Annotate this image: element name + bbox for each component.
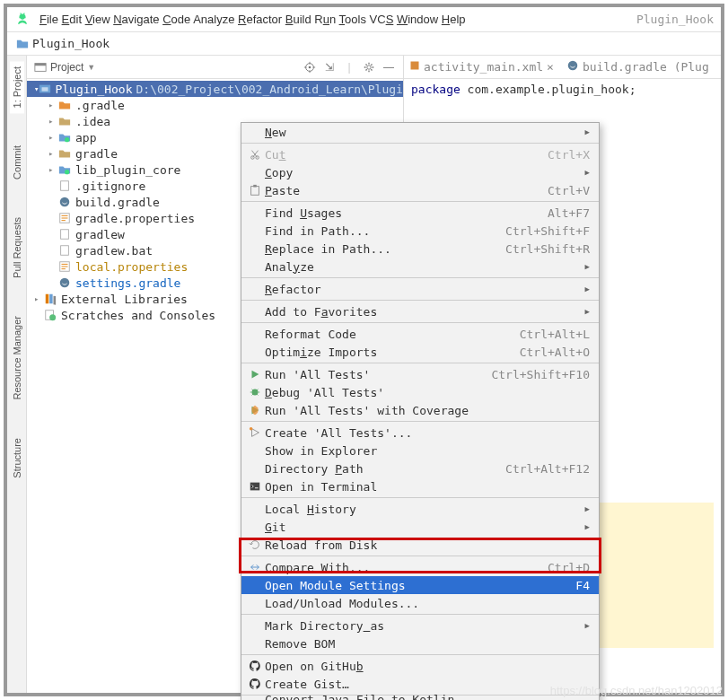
close-tab-icon[interactable]: × bbox=[547, 60, 554, 74]
chevron-icon[interactable]: ▸ bbox=[48, 133, 57, 142]
menu-help[interactable]: Help bbox=[442, 13, 466, 26]
menu-run[interactable]: Run bbox=[314, 13, 336, 26]
menu-item-open-in-terminal[interactable]: Open in Terminal bbox=[241, 477, 599, 495]
menu-item-local-history[interactable]: Local History▶ bbox=[241, 500, 599, 518]
tree-node-label: .gradle bbox=[75, 99, 125, 112]
scratch-icon bbox=[43, 309, 57, 321]
chevron-icon[interactable]: ▸ bbox=[48, 165, 57, 174]
chevron-icon[interactable]: ▸ bbox=[48, 101, 57, 109]
menu-item-find-usages[interactable]: Find UsagesAlt+F7 bbox=[241, 204, 599, 222]
menu-item-load-unload-modules-[interactable]: Load/Unload Modules... bbox=[241, 594, 599, 612]
svg-rect-19 bbox=[54, 296, 57, 305]
props-icon bbox=[57, 212, 72, 224]
project-name-label: Plugin_Hook bbox=[636, 13, 714, 26]
locate-icon[interactable] bbox=[303, 60, 317, 74]
menu-item-new[interactable]: New▶ bbox=[241, 123, 599, 141]
editor-tab-activity-main-xml[interactable]: activity_main.xml× bbox=[409, 60, 554, 74]
cut-icon bbox=[245, 148, 265, 161]
menu-analyze[interactable]: Analyze bbox=[193, 13, 234, 26]
menu-item-directory-path[interactable]: Directory PathCtrl+Alt+F12 bbox=[241, 459, 599, 477]
menu-separator bbox=[241, 201, 599, 202]
menu-build[interactable]: Build bbox=[285, 13, 311, 26]
menu-refactor[interactable]: Refactor bbox=[238, 13, 282, 26]
menu-item-copy[interactable]: Copy▶ bbox=[241, 163, 599, 181]
svg-rect-26 bbox=[251, 187, 259, 196]
menu-file[interactable]: File bbox=[39, 13, 58, 26]
menu-separator bbox=[241, 277, 599, 278]
svg-rect-18 bbox=[49, 294, 53, 304]
main-menubar: File Edit View Navigate Code Analyze Ref… bbox=[7, 7, 721, 32]
android-studio-logo-icon bbox=[14, 12, 31, 28]
chevron-icon[interactable]: ▸ bbox=[34, 294, 43, 303]
menu-tools[interactable]: Tools bbox=[339, 13, 366, 26]
menu-item-compare-with-[interactable]: Compare With...Ctrl+D bbox=[241, 558, 599, 576]
tree-node-label: gradle bbox=[75, 147, 118, 161]
menu-item-run-all-tests-with-coverage[interactable]: Run 'All Tests' with Coverage bbox=[241, 401, 599, 419]
menu-item-paste[interactable]: PasteCtrl+V bbox=[241, 181, 599, 199]
svg-rect-13 bbox=[61, 230, 69, 240]
tool-tab-1-project[interactable]: 1: Project bbox=[10, 61, 24, 113]
menu-shortcut: Ctrl+Shift+R bbox=[505, 242, 590, 256]
terminal-icon bbox=[245, 480, 265, 493]
menu-separator bbox=[241, 143, 599, 144]
menu-item-remove-bom[interactable]: Remove BOM bbox=[241, 634, 599, 652]
menu-item-create-all-tests-[interactable]: Create 'All Tests'... bbox=[241, 424, 599, 442]
menu-item-cut[interactable]: CutCtrl+X bbox=[241, 145, 599, 163]
menu-item-run-all-tests-[interactable]: Run 'All Tests'Ctrl+Shift+F10 bbox=[241, 365, 599, 383]
menu-item-debug-all-tests-[interactable]: Debug 'All Tests' bbox=[241, 383, 599, 401]
menu-code[interactable]: Code bbox=[162, 13, 190, 26]
menu-item-refactor[interactable]: Refactor▶ bbox=[241, 280, 599, 298]
menu-item-reformat-code[interactable]: Reformat CodeCtrl+Alt+L bbox=[241, 325, 599, 343]
menu-item-mark-directory-as[interactable]: Mark Directory as▶ bbox=[241, 617, 599, 634]
menu-item-add-to-favorites[interactable]: Add to Favorites▶ bbox=[241, 302, 599, 320]
menu-item-find-in-path-[interactable]: Find in Path...Ctrl+Shift+F bbox=[241, 222, 599, 240]
collapse-icon[interactable]: — bbox=[382, 60, 396, 74]
menu-item-create-gist-[interactable]: Create Gist… bbox=[241, 675, 599, 693]
svg-point-29 bbox=[250, 427, 253, 431]
menu-item-label: Remove BOM bbox=[265, 637, 590, 651]
menu-shortcut: Ctrl+Alt+L bbox=[520, 328, 590, 341]
create-icon bbox=[245, 426, 265, 439]
file-icon bbox=[57, 179, 72, 192]
tool-tab-structure[interactable]: Structure bbox=[10, 433, 24, 484]
menu-view[interactable]: View bbox=[85, 13, 110, 26]
tool-tab-resource-manager[interactable]: Resource Manager bbox=[10, 311, 24, 406]
submenu-arrow-icon: ▶ bbox=[585, 284, 590, 293]
context-menu[interactable]: New▶CutCtrl+XCopy▶PasteCtrl+VFind Usages… bbox=[241, 122, 600, 700]
svg-rect-17 bbox=[46, 294, 49, 304]
menu-item-label: Add to Favorites bbox=[265, 305, 580, 319]
menu-shortcut: Ctrl+D bbox=[548, 561, 590, 574]
menu-navigate[interactable]: Navigate bbox=[113, 13, 159, 26]
breadcrumb-label[interactable]: Plugin_Hook bbox=[32, 37, 110, 50]
submenu-arrow-icon: ▶ bbox=[585, 262, 590, 271]
menu-item-open-module-settings[interactable]: Open Module SettingsF4 bbox=[241, 576, 599, 594]
expand-all-icon[interactable]: ⇲ bbox=[322, 60, 337, 74]
tree-node--gradle[interactable]: ▸.gradle bbox=[27, 97, 403, 113]
tree-node-plugin-hook[interactable]: ▾Plugin_Hook D:\002_Project\002_Android_… bbox=[27, 81, 403, 97]
menu-window[interactable]: Window bbox=[397, 13, 438, 26]
chevron-icon[interactable]: ▸ bbox=[48, 149, 57, 158]
chevron-icon[interactable]: ▸ bbox=[48, 117, 57, 126]
gear-icon[interactable] bbox=[362, 60, 376, 74]
tool-tab-pull-requests[interactable]: Pull Requests bbox=[10, 212, 24, 284]
tree-node-label: gradlew bbox=[75, 228, 125, 241]
editor-tab-build-gradle-plug[interactable]: build.gradle (Plug bbox=[566, 59, 709, 74]
menu-item-label: Mark Directory as bbox=[265, 619, 580, 633]
menu-vcs[interactable]: VCS bbox=[370, 13, 394, 26]
menu-item-label: Run 'All Tests' with Coverage bbox=[265, 404, 590, 417]
menu-item-open-on-github[interactable]: Open on GitHub bbox=[241, 657, 599, 675]
svg-rect-30 bbox=[250, 483, 260, 491]
menu-item-analyze[interactable]: Analyze▶ bbox=[241, 258, 599, 276]
menu-item-reload-from-disk[interactable]: Reload from Disk bbox=[241, 536, 599, 554]
menu-item-label: Analyze bbox=[265, 260, 580, 274]
project-view-selector[interactable]: Project ▼ bbox=[34, 61, 95, 74]
menu-shortcut: Ctrl+Alt+O bbox=[520, 346, 590, 359]
menu-edit[interactable]: Edit bbox=[62, 13, 82, 26]
menu-item-replace-in-path-[interactable]: Replace in Path...Ctrl+Shift+R bbox=[241, 240, 599, 258]
menu-item-label: Compare With... bbox=[265, 561, 548, 574]
menu-item-show-in-explorer[interactable]: Show in Explorer bbox=[241, 442, 599, 459]
menu-item-optimize-imports[interactable]: Optimize ImportsCtrl+Alt+O bbox=[241, 343, 599, 361]
menu-item-git[interactable]: Git▶ bbox=[241, 518, 599, 536]
watermark-label: https://blog.csdn.net/han1202012 bbox=[550, 684, 723, 697]
tool-tab-commit[interactable]: Commit bbox=[10, 140, 24, 185]
